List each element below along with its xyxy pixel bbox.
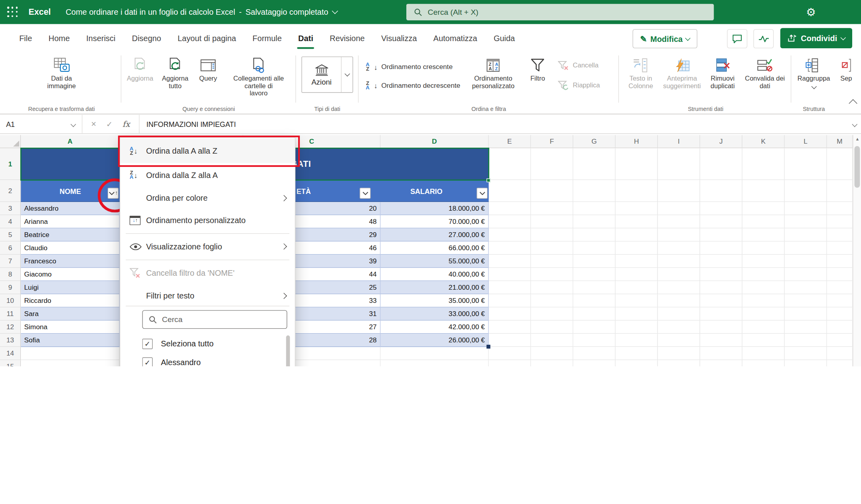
cell-A15[interactable] <box>21 360 120 366</box>
cell-E9[interactable] <box>489 281 531 294</box>
cell-A7-nome[interactable]: Francesco <box>24 255 56 267</box>
cell-G8[interactable] <box>573 268 616 281</box>
row-header-15[interactable]: 15 <box>0 360 21 366</box>
cell-K10[interactable] <box>742 294 785 307</box>
selection-fill-handle[interactable] <box>487 178 491 182</box>
cell-E11[interactable] <box>489 307 531 320</box>
cell-L15[interactable] <box>785 360 827 366</box>
select-all-corner[interactable] <box>0 135 21 148</box>
row-header-1[interactable]: 1 <box>0 148 21 180</box>
cell-G7[interactable] <box>573 255 616 268</box>
cell-A9-nome[interactable]: Luigi <box>24 281 39 294</box>
settings-gear-icon[interactable]: ⚙ <box>806 4 816 20</box>
cell-I10[interactable] <box>658 294 700 307</box>
dati-da-immagine-button[interactable]: Dati da immagine <box>29 52 94 90</box>
row-header-5[interactable]: 5 <box>0 228 21 241</box>
cell-H11[interactable] <box>616 307 658 320</box>
filter-search-input[interactable]: Cerca <box>142 310 287 329</box>
cell-F8[interactable] <box>531 268 573 281</box>
cell-J9[interactable] <box>700 281 742 294</box>
column-header-J[interactable]: J <box>700 135 742 148</box>
column-header-E[interactable]: E <box>489 135 531 148</box>
cell-K11[interactable] <box>742 307 785 320</box>
riapplica-filtro-button[interactable]: Riapplica <box>558 77 600 94</box>
cell-E7[interactable] <box>489 255 531 268</box>
tab-inserisci[interactable]: Inserisci <box>78 24 123 52</box>
cell-K14[interactable] <box>742 347 785 360</box>
insert-function-icon[interactable]: fx <box>123 120 130 128</box>
cell-E14[interactable] <box>489 347 531 360</box>
cell-K15[interactable] <box>742 360 785 366</box>
scroll-up-arrow[interactable]: ▲ <box>853 135 861 143</box>
cell-J7[interactable] <box>700 255 742 268</box>
column-header-K[interactable]: K <box>742 135 785 148</box>
menu-item-sheet-view[interactable]: Visualizzazione foglio <box>120 235 295 257</box>
ordinamento-personalizzato-button[interactable]: Z A A Z Ordinamento personalizzato <box>463 52 523 90</box>
cell-D5-salario[interactable]: 27.000,00 € <box>380 228 485 241</box>
cell-H6[interactable] <box>616 241 658 255</box>
cell-F2[interactable] <box>531 180 573 202</box>
cell-M10[interactable] <box>827 294 853 307</box>
collegamenti-cartelle-button[interactable]: Collegamenti alle cartelle di lavoro <box>223 52 295 97</box>
cell-L14[interactable] <box>785 347 827 360</box>
cell-D12-salario[interactable]: 42.000,00 € <box>380 320 485 333</box>
cell-K8[interactable] <box>742 268 785 281</box>
cell-F5[interactable] <box>531 228 573 241</box>
cell-A4-nome[interactable]: Arianna <box>24 215 48 228</box>
tab-layout-di-pagina[interactable]: Layout di pagina <box>169 24 244 52</box>
filtro-button[interactable]: Filtro <box>523 52 552 83</box>
cell-M3[interactable] <box>827 202 853 215</box>
column-header-L[interactable]: L <box>785 135 827 148</box>
cell-D4-salario[interactable]: 70.000,00 € <box>380 215 485 228</box>
cell-D9-salario[interactable]: 21.000,00 € <box>380 281 485 294</box>
aggiorna-button[interactable]: Aggiorna <box>123 52 157 83</box>
cell-K12[interactable] <box>742 320 785 334</box>
cell-H10[interactable] <box>616 294 658 307</box>
cell-G9[interactable] <box>573 281 616 294</box>
menu-item-custom-sort[interactable]: ↓↑ Ordinamento personalizzato <box>120 209 295 231</box>
cell-I8[interactable] <box>658 268 700 281</box>
menu-item-sort-z-to-a[interactable]: ZA↓ Ordina dalla Z alla A <box>120 164 295 186</box>
tab-file[interactable]: File <box>11 24 40 52</box>
cell-J12[interactable] <box>700 320 742 334</box>
cell-E15[interactable] <box>489 360 531 366</box>
cell-I2[interactable] <box>658 180 700 202</box>
cell-I6[interactable] <box>658 241 700 255</box>
cell-M11[interactable] <box>827 307 853 320</box>
menu-item-clear-filter[interactable]: Cancella filtro da 'NOME' <box>120 262 295 284</box>
cell-M2[interactable] <box>827 180 853 202</box>
cell-D13-salario[interactable]: 26.000,00 € <box>380 334 485 346</box>
cell-H5[interactable] <box>616 228 658 241</box>
editing-mode-button[interactable]: ✎ Modifica <box>633 29 697 48</box>
comments-button[interactable] <box>727 29 747 48</box>
row-header-14[interactable]: 14 <box>0 347 21 360</box>
cell-J14[interactable] <box>700 347 742 360</box>
cell-D6-salario[interactable]: 66.000,00 € <box>380 241 485 254</box>
cell-H4[interactable] <box>616 215 658 228</box>
cell-I7[interactable] <box>658 255 700 268</box>
cell-H1[interactable] <box>616 148 658 180</box>
cell-A3-nome[interactable]: Alessandro <box>24 202 59 215</box>
cell-M6[interactable] <box>827 241 853 255</box>
cell-M13[interactable] <box>827 334 853 347</box>
cell-L9[interactable] <box>785 281 827 294</box>
cell-E12[interactable] <box>489 320 531 334</box>
cell-L5[interactable] <box>785 228 827 241</box>
cell-G6[interactable] <box>573 241 616 255</box>
cell-A11-nome[interactable]: Sara <box>24 307 39 320</box>
cell-I4[interactable] <box>658 215 700 228</box>
cell-J4[interactable] <box>700 215 742 228</box>
cell-D14[interactable] <box>380 347 489 360</box>
testo-in-colonne-button[interactable]: Testo in Colonne <box>622 52 660 90</box>
cell-D10-salario[interactable]: 35.000,00 € <box>380 294 485 307</box>
cell-M7[interactable] <box>827 255 853 268</box>
row-header-10[interactable]: 10 <box>0 294 21 307</box>
cell-H8[interactable] <box>616 268 658 281</box>
cell-I13[interactable] <box>658 334 700 347</box>
cell-D15[interactable] <box>380 360 489 366</box>
cell-E1[interactable] <box>489 148 531 180</box>
row-header-9[interactable]: 9 <box>0 281 21 294</box>
cell-K9[interactable] <box>742 281 785 294</box>
cell-J2[interactable] <box>700 180 742 202</box>
cell-H9[interactable] <box>616 281 658 294</box>
